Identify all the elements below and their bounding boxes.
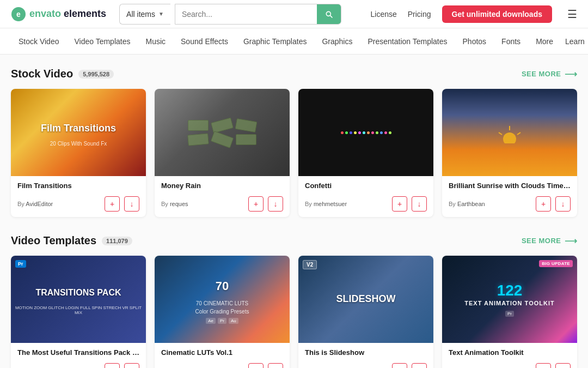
all-items-dropdown[interactable]: All items ▼ <box>119 4 170 25</box>
nav-item-photos[interactable]: Photos <box>455 28 494 55</box>
download-button[interactable]: ↓ <box>268 196 283 212</box>
see-more-label: SEE MORE <box>522 237 561 245</box>
confetti-dot <box>367 131 370 134</box>
see-more-video-templates[interactable]: SEE MORE ⟶ <box>522 236 577 246</box>
card-author: By AvidEditor <box>17 201 53 207</box>
confetti-visual <box>330 120 402 145</box>
confetti-dot <box>341 131 344 134</box>
header: e envato elements All items ▼ License Pr… <box>0 0 588 28</box>
thumb-label: 70 CINEMATIC LUTS <box>195 300 249 306</box>
nav-item-stock-video[interactable]: Stock Video <box>11 28 66 55</box>
card-title: Brilliant Sunrise with Clouds Timelapse <box>449 182 571 190</box>
card-confetti[interactable]: Confetti By mehmetsuer + ↓ <box>298 89 433 217</box>
search-wrapper: All items ▼ <box>119 4 341 25</box>
card-info: This is Slideshow <box>298 343 433 361</box>
section-title-wrap: Stock Video 5,995,528 <box>11 68 114 80</box>
confetti-dot <box>380 131 383 134</box>
nav-item-fonts[interactable]: Fonts <box>494 28 528 55</box>
card-money-rain[interactable]: Money Rain By reques + ↓ <box>155 89 290 217</box>
card-title: This is Slideshow <box>305 348 427 357</box>
confetti-dot <box>358 131 361 134</box>
card-thumbnail-wrap: BIG UPDATE 122 TEXT ANIMATION TOOLKIT Pr <box>442 256 577 343</box>
nav-item-music[interactable]: Music <box>138 28 173 55</box>
download-button[interactable]: ↓ <box>555 363 571 368</box>
card-title: The Most Useful Transitions Pack for ... <box>17 348 139 357</box>
bookmark-button[interactable]: + <box>392 363 407 368</box>
bookmark-button[interactable]: + <box>248 363 264 368</box>
card-slideshow[interactable]: V2 SLIDESHOW This is Slideshow By D-Musi… <box>298 256 433 368</box>
cta-button[interactable]: Get unlimited downloads <box>442 5 552 23</box>
big-update-badge: BIG UPDATE <box>539 260 573 267</box>
thumb-title-film: Film Transitions <box>36 118 120 139</box>
download-button[interactable]: ↓ <box>268 363 283 368</box>
download-button[interactable]: ↓ <box>555 196 571 212</box>
card-thumbnail-wrap <box>298 89 433 176</box>
bookmark-button[interactable]: + <box>105 196 120 212</box>
section-title-wrap: Video Templates 111,079 <box>11 234 132 247</box>
svg-text:e: e <box>16 10 21 19</box>
nav-item-presentation-templates[interactable]: Presentation Templates <box>360 28 455 55</box>
confetti-dot <box>354 131 357 134</box>
search-button[interactable] <box>317 4 341 25</box>
confetti-dot <box>371 131 374 134</box>
see-more-label: SEE MORE <box>522 70 561 78</box>
nav-item-graphics[interactable]: Graphics <box>314 28 360 55</box>
hamburger-menu-icon[interactable]: ☰ <box>567 8 577 21</box>
all-items-label: All items <box>126 10 155 19</box>
author-name: reques <box>170 201 188 207</box>
nav-item-graphic-templates[interactable]: Graphic Templates <box>236 28 314 55</box>
download-button[interactable]: ↓ <box>124 196 139 212</box>
money-bill <box>236 134 256 145</box>
section-header-stock-video: Stock Video 5,995,528 SEE MORE ⟶ <box>11 68 577 80</box>
license-link[interactable]: License <box>370 10 396 19</box>
card-actions: + ↓ <box>248 196 283 212</box>
card-thumbnail-wrap <box>155 89 290 176</box>
card-actions: + ↓ <box>105 196 139 212</box>
author-name: mehmetsuer <box>314 201 347 207</box>
logo-text: envato elements <box>29 8 106 20</box>
logo[interactable]: e envato elements <box>11 7 106 22</box>
download-button[interactable]: ↓ <box>412 363 427 368</box>
nav-item-sound-effects[interactable]: Sound Effects <box>173 28 236 55</box>
thumb-title: TRANSITIONS PACK <box>31 283 125 302</box>
money-visual <box>188 120 256 145</box>
card-text-animation-toolkit[interactable]: BIG UPDATE 122 TEXT ANIMATION TOOLKIT Pr… <box>442 256 577 368</box>
ae-badge: Ae <box>206 318 216 324</box>
chevron-down-icon: ▼ <box>158 11 164 17</box>
download-button[interactable]: ↓ <box>124 363 139 368</box>
thumb-sub: Color Grading Presets <box>195 309 249 315</box>
card-film-transitions[interactable]: Film Transitions 20 Clips With Sound Fx … <box>11 89 146 217</box>
card-author: By mehmetsuer <box>305 201 347 207</box>
bookmark-button[interactable]: + <box>248 196 264 212</box>
card-thumbnail-toolkit: BIG UPDATE 122 TEXT ANIMATION TOOLKIT Pr <box>442 256 577 343</box>
bookmark-button[interactable]: + <box>392 196 407 212</box>
card-sunrise[interactable]: Brilliant Sunrise with Clouds Timelapse … <box>442 89 577 217</box>
card-footer: By hushahir + ↓ <box>442 361 577 368</box>
svg-line-5 <box>517 132 520 135</box>
money-bill <box>235 118 258 132</box>
bookmark-button[interactable]: + <box>536 363 551 368</box>
nav-item-video-templates[interactable]: Video Templates <box>66 28 138 55</box>
card-author: By Earthbean <box>449 201 485 207</box>
download-button[interactable]: ↓ <box>412 196 427 212</box>
nav-learn-link[interactable]: Learn <box>565 37 585 46</box>
bookmark-button[interactable]: + <box>105 363 120 368</box>
thumb-sub-film: 20 Clips With Sound Fx <box>50 141 107 147</box>
see-more-stock-video[interactable]: SEE MORE ⟶ <box>522 69 577 79</box>
video-templates-section: Video Templates 111,079 SEE MORE ⟶ Pr TR… <box>11 234 577 368</box>
search-input[interactable] <box>175 7 317 22</box>
card-info: Brilliant Sunrise with Clouds Timelapse <box>442 176 577 194</box>
card-cinematic-luts[interactable]: 70 70 CINEMATIC LUTS Color Grading Prese… <box>155 256 290 368</box>
luts-visual: 70 70 CINEMATIC LUTS Color Grading Prese… <box>195 275 249 323</box>
card-transitions-pack[interactable]: Pr TRANSITIONS PACK MOTION ZOOM GLITCH L… <box>11 256 146 368</box>
card-footer: By Earthbean + ↓ <box>442 194 577 217</box>
bookmark-button[interactable]: + <box>536 196 551 212</box>
card-footer: By AvidEditor + ↓ <box>11 194 146 217</box>
card-actions: + ↓ <box>105 363 139 368</box>
nav-item-more[interactable]: More <box>528 28 561 55</box>
pricing-link[interactable]: Pricing <box>408 10 431 19</box>
toolkit-visual: 122 TEXT ANIMATION TOOLKIT Pr <box>464 282 554 316</box>
card-thumbnail-wrap <box>442 89 577 176</box>
card-actions: + ↓ <box>248 363 283 368</box>
card-footer: By Pixflow + ↓ <box>155 361 290 368</box>
